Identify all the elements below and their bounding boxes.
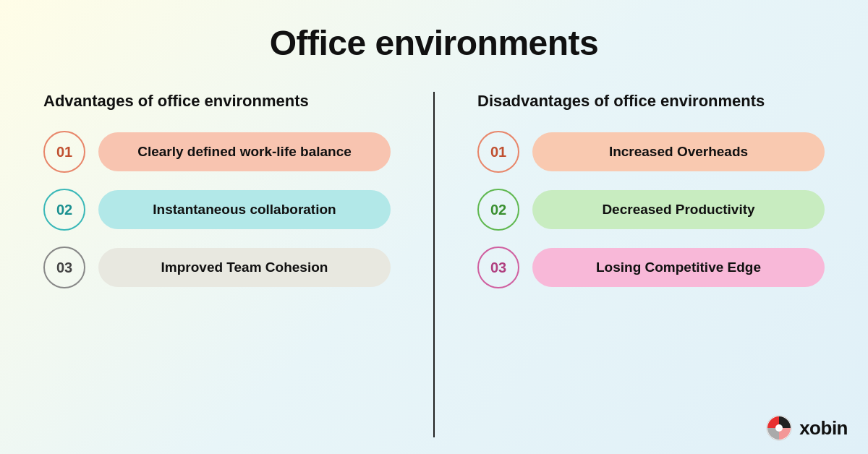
xobin-icon: [766, 415, 792, 441]
advantage-label-1: Clearly defined work-life balance: [98, 132, 391, 171]
advantage-item-1: 01 Clearly defined work-life balance: [43, 131, 391, 173]
disadvantages-column: Disadvantages of office environments 01 …: [434, 77, 868, 452]
disadvantage-item-2: 02 Decreased Productivity: [477, 189, 825, 231]
divider: [433, 92, 435, 437]
advantage-badge-3: 03: [43, 247, 85, 288]
advantages-column: Advantages of office environments 01 Cle…: [0, 77, 434, 452]
content-area: Advantages of office environments 01 Cle…: [0, 77, 868, 452]
disadvantages-heading: Disadvantages of office environments: [477, 92, 825, 111]
disadvantage-item-1: 01 Increased Overheads: [477, 131, 825, 173]
advantages-heading: Advantages of office environments: [43, 92, 391, 111]
disadvantage-label-2: Decreased Productivity: [532, 190, 825, 229]
page-title: Office environments: [0, 0, 868, 77]
svg-point-1: [775, 424, 783, 432]
disadvantage-item-3: 03 Losing Competitive Edge: [477, 247, 825, 288]
advantage-item-2: 02 Instantaneous collaboration: [43, 189, 391, 231]
disadvantage-badge-1: 01: [477, 131, 519, 173]
disadvantage-label-1: Increased Overheads: [532, 132, 825, 171]
advantage-item-3: 03 Improved Team Cohesion: [43, 247, 391, 288]
advantage-label-3: Improved Team Cohesion: [98, 248, 391, 287]
advantage-badge-2: 02: [43, 189, 85, 231]
disadvantage-badge-2: 02: [477, 189, 519, 231]
advantage-badge-1: 01: [43, 131, 85, 173]
brand-logo: xobin: [766, 415, 848, 441]
disadvantage-label-3: Losing Competitive Edge: [532, 248, 825, 287]
brand-name: xobin: [799, 417, 848, 440]
advantage-label-2: Instantaneous collaboration: [98, 190, 391, 229]
disadvantage-badge-3: 03: [477, 247, 519, 288]
